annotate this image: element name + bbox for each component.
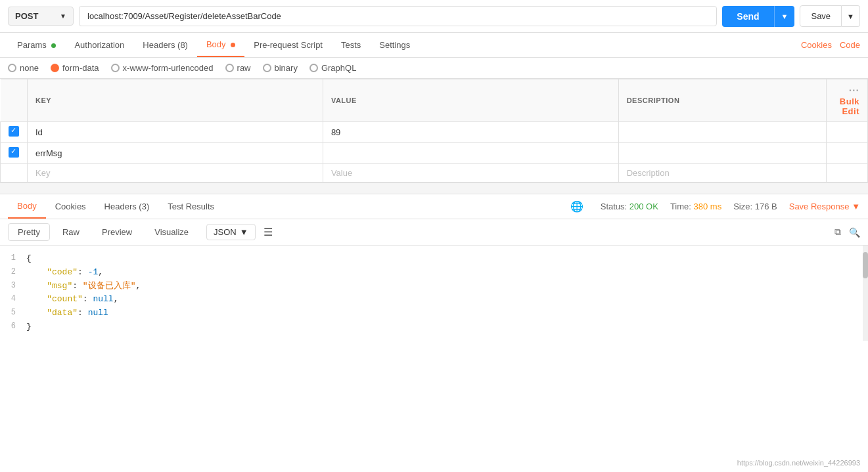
- tab-authorization[interactable]: Authorization: [65, 33, 133, 56]
- option-graphql[interactable]: GraphQL: [309, 63, 356, 73]
- bulk-edit-button[interactable]: Bulk Edit: [840, 97, 859, 116]
- format-bar: Pretty Raw Preview Visualize JSON ▼ ☰ ⧉ …: [0, 219, 868, 246]
- placeholder-value[interactable]: Value: [323, 164, 618, 182]
- code-line-4: 4 "count": null,: [0, 293, 868, 307]
- response-status-area: 🌐 Status: 200 OK Time: 380 ms Size: 176 …: [570, 200, 860, 213]
- tab-params[interactable]: Params: [8, 33, 65, 56]
- request-tabs-bar: Params Authorization Headers (8) Body Pr…: [0, 33, 868, 58]
- radio-binary: [263, 64, 271, 72]
- globe-icon: 🌐: [570, 200, 583, 213]
- row1-value[interactable]: 89: [323, 122, 618, 143]
- radio-form-data: [51, 64, 59, 72]
- params-table: KEY VALUE DESCRIPTION ··· Bulk Edit Id 8…: [0, 79, 868, 182]
- method-select[interactable]: POST ▼: [8, 7, 74, 26]
- save-button[interactable]: Save: [800, 5, 842, 27]
- placeholder-description[interactable]: Description: [618, 164, 826, 182]
- scrollbar-thumb: [863, 252, 868, 278]
- code-line-1: 1 {: [0, 252, 868, 266]
- tab-body[interactable]: Body: [197, 33, 244, 57]
- option-x-www[interactable]: x-www-form-urlencoded: [111, 63, 214, 73]
- row1-description[interactable]: [618, 122, 826, 143]
- time-label: Time: 380 ms: [670, 202, 721, 211]
- top-bar: POST ▼ Send ▼ Save ▼: [0, 0, 868, 33]
- code-line-3: 3 "msg": "设备已入库",: [0, 280, 868, 293]
- format-raw[interactable]: Raw: [53, 223, 89, 241]
- format-visualize[interactable]: Visualize: [145, 223, 198, 241]
- tab-pre-request[interactable]: Pre-request Script: [244, 33, 332, 56]
- row2-checkbox[interactable]: [9, 147, 19, 158]
- send-dropdown[interactable]: ▼: [774, 6, 795, 27]
- radio-x-www: [111, 64, 120, 72]
- scrollbar[interactable]: [863, 246, 868, 341]
- search-icon[interactable]: 🔍: [849, 227, 860, 238]
- send-btn-group: Send ▼: [722, 6, 794, 27]
- row1-key[interactable]: Id: [28, 122, 323, 143]
- tab-right-links: Cookies Code: [801, 40, 860, 50]
- th-description: DESCRIPTION: [618, 79, 826, 122]
- radio-graphql: [309, 64, 318, 72]
- tab-headers[interactable]: Headers (8): [133, 33, 197, 56]
- option-none[interactable]: none: [8, 63, 39, 73]
- resp-tab-cookies[interactable]: Cookies: [46, 195, 95, 218]
- code-line-6: 6 }: [0, 320, 868, 334]
- json-format-select[interactable]: JSON ▼: [206, 224, 256, 240]
- placeholder-key[interactable]: Key: [28, 164, 323, 182]
- format-pretty[interactable]: Pretty: [8, 223, 50, 241]
- save-response-button[interactable]: Save Response ▼: [789, 202, 860, 211]
- more-options-icon[interactable]: ···: [849, 85, 859, 96]
- row2-value[interactable]: [323, 143, 618, 164]
- copy-icon[interactable]: ⧉: [834, 226, 841, 238]
- params-dot: [51, 43, 56, 48]
- cookies-link[interactable]: Cookies: [801, 40, 832, 50]
- table-row-placeholder: Key Value Description: [1, 164, 868, 182]
- size-label: Size: 176 B: [733, 202, 777, 211]
- table-row: errMsg: [1, 143, 868, 164]
- time-value: 380 ms: [694, 202, 722, 211]
- method-chevron: ▼: [60, 12, 66, 20]
- th-value: VALUE: [323, 79, 618, 122]
- th-key: KEY: [28, 79, 323, 122]
- url-input[interactable]: [79, 6, 717, 26]
- tab-tests[interactable]: Tests: [332, 33, 370, 56]
- resp-tab-test-results[interactable]: Test Results: [158, 195, 223, 218]
- option-raw[interactable]: raw: [225, 63, 251, 73]
- filter-icon[interactable]: ☰: [263, 226, 273, 238]
- body-dot: [231, 43, 235, 47]
- size-value: 176 B: [755, 202, 777, 211]
- option-binary[interactable]: binary: [263, 63, 298, 73]
- code-line-2: 2 "code": -1,: [0, 266, 868, 280]
- table-row: Id 89: [1, 122, 868, 143]
- code-area: 1 { 2 "code": -1, 3 "msg": "设备已入库", 4 "c…: [0, 246, 868, 341]
- row1-checkbox[interactable]: [9, 126, 19, 137]
- tab-settings[interactable]: Settings: [370, 33, 419, 56]
- resp-tab-headers[interactable]: Headers (3): [95, 195, 159, 218]
- response-tabs: Body Cookies Headers (3) Test Results 🌐 …: [0, 194, 868, 219]
- method-value: POST: [15, 11, 38, 21]
- radio-none: [8, 64, 16, 72]
- row2-description[interactable]: [618, 143, 826, 164]
- code-link[interactable]: Code: [840, 40, 860, 50]
- resp-tab-body[interactable]: Body: [8, 194, 46, 219]
- code-line-5: 5 "data": null: [0, 307, 868, 320]
- section-spacer: [0, 182, 868, 194]
- send-button[interactable]: Send: [722, 6, 773, 27]
- save-dropdown-btn[interactable]: ▼: [842, 5, 860, 27]
- row2-key[interactable]: errMsg: [28, 143, 323, 164]
- status-value: 200 OK: [629, 202, 658, 211]
- status-label: Status: 200 OK: [601, 202, 658, 211]
- save-btn-group: Save ▼: [800, 5, 860, 27]
- radio-raw: [225, 64, 234, 72]
- body-options: none form-data x-www-form-urlencoded raw…: [0, 58, 868, 79]
- format-preview[interactable]: Preview: [92, 223, 142, 241]
- option-form-data[interactable]: form-data: [51, 63, 99, 73]
